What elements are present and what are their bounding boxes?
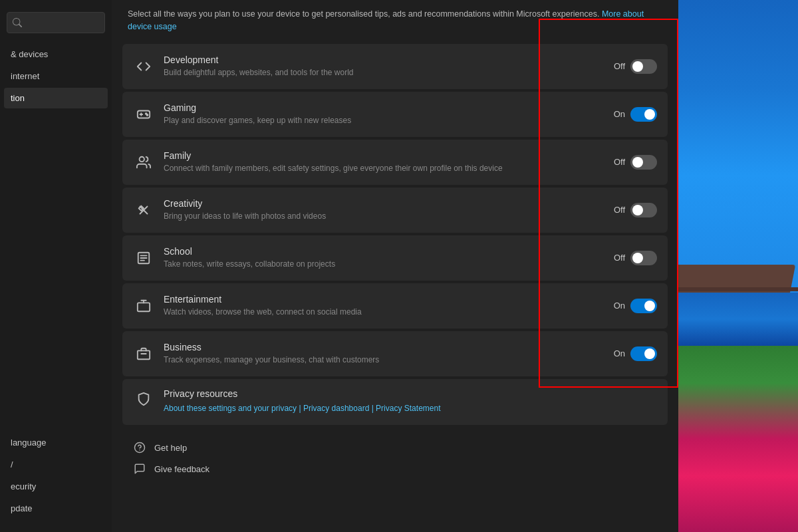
business-knob — [644, 348, 655, 359]
business-toggle-area: On — [610, 346, 657, 361]
development-knob — [632, 61, 643, 72]
svg-point-5 — [140, 156, 144, 161]
sidebar-nav: & devices internet tion — [0, 44, 112, 108]
privacy-icon — [133, 388, 154, 410]
development-desc: Build delightful apps, websites, and too… — [164, 67, 600, 78]
family-toggle-area: Off — [610, 155, 657, 170]
svg-rect-12 — [138, 303, 150, 311]
setting-row-creativity: Creativity Bring your ideas to life with… — [122, 188, 668, 233]
family-desc: Connect with family members, edit safety… — [164, 163, 600, 174]
school-toggle[interactable] — [630, 251, 657, 265]
development-toggle[interactable] — [630, 59, 657, 74]
search-box[interactable] — [7, 12, 105, 33]
privacy-resources-row: Privacy resources About these settings a… — [122, 379, 668, 426]
development-text: Development Build delightful apps, websi… — [164, 55, 600, 78]
privacy-link-dashboard[interactable]: Privacy dashboard — [303, 404, 369, 413]
privacy-links: About these settings and your privacy | … — [164, 402, 440, 416]
creativity-title: Creativity — [164, 198, 600, 209]
privacy-link-about[interactable]: About these settings and your privacy — [164, 404, 297, 413]
family-icon — [133, 152, 154, 173]
development-toggle-label: Off — [610, 61, 625, 71]
development-toggle-area: Off — [610, 59, 657, 74]
family-title: Family — [164, 150, 600, 161]
school-toggle-area: Off — [610, 251, 657, 265]
settings-list: Development Build delightful apps, websi… — [112, 44, 678, 426]
business-toggle-label: On — [610, 348, 625, 358]
setting-row-development: Development Build delightful apps, websi… — [122, 44, 668, 89]
gaming-toggle-label: On — [610, 109, 625, 119]
creativity-icon — [133, 200, 154, 221]
business-icon — [133, 343, 154, 364]
entertainment-title: Entertainment — [164, 294, 600, 305]
give-feedback-label: Give feedback — [154, 464, 209, 474]
entertainment-toggle-label: On — [610, 301, 625, 311]
school-knob — [632, 253, 643, 263]
gaming-knob — [644, 109, 655, 120]
creativity-toggle-area: Off — [610, 203, 657, 217]
setting-row-school: School Take notes, write essays, collabo… — [122, 235, 668, 281]
business-text: Business Track expenses, manage your bus… — [164, 342, 600, 366]
svg-rect-13 — [138, 350, 150, 359]
setting-row-gaming: Gaming Play and discover games, keep up … — [122, 92, 668, 137]
gaming-title: Gaming — [164, 102, 600, 113]
feedback-icon — [133, 462, 146, 475]
development-icon — [133, 56, 154, 77]
search-icon — [13, 18, 22, 27]
privacy-text: Privacy resources About these settings a… — [164, 388, 440, 416]
sidebar-item-internet[interactable]: internet — [4, 66, 108, 86]
setting-row-family: Family Connect with family members, edit… — [122, 140, 668, 185]
sidebar-item-tion[interactable]: tion — [4, 88, 108, 108]
entertainment-toggle[interactable] — [630, 299, 657, 313]
header-description: Select all the ways you plan to use your… — [112, 0, 678, 44]
school-toggle-label: Off — [610, 253, 625, 263]
creativity-knob — [632, 205, 643, 215]
family-knob — [632, 157, 643, 168]
entertainment-icon — [133, 295, 154, 317]
help-icon — [133, 441, 146, 454]
gaming-desc: Play and discover games, keep up with ne… — [164, 115, 600, 126]
gaming-toggle[interactable] — [630, 107, 657, 122]
get-help-label: Get help — [154, 443, 187, 453]
school-title: School — [164, 246, 600, 257]
business-toggle[interactable] — [630, 346, 657, 361]
sidebar-bottom-nav: language / ecurity pdate — [0, 432, 112, 519]
entertainment-text: Entertainment Watch videos, browse the w… — [164, 294, 600, 318]
wallpaper — [665, 0, 798, 532]
school-icon — [133, 247, 154, 269]
sidebar-item-language[interactable]: language — [4, 432, 108, 453]
gaming-toggle-area: On — [610, 107, 657, 122]
creativity-toggle-label: Off — [610, 205, 625, 215]
entertainment-desc: Watch videos, browse the web, connect on… — [164, 307, 600, 318]
sidebar-item-security[interactable]: ecurity — [4, 476, 108, 497]
school-desc: Take notes, write essays, collaborate on… — [164, 259, 600, 270]
family-text: Family Connect with family members, edit… — [164, 150, 600, 174]
development-title: Development — [164, 55, 600, 65]
svg-point-4 — [147, 114, 148, 116]
bottom-links: Get help Give feedback — [112, 428, 678, 489]
family-toggle-label: Off — [610, 157, 625, 167]
sidebar-item-blank[interactable]: / — [4, 454, 108, 475]
get-help-link[interactable]: Get help — [133, 441, 657, 454]
privacy-title: Privacy resources — [164, 388, 440, 399]
privacy-link-statement[interactable]: Privacy Statement — [376, 404, 440, 413]
family-toggle[interactable] — [630, 155, 657, 170]
creativity-desc: Bring your ideas to life with photos and… — [164, 211, 600, 222]
gaming-text: Gaming Play and discover games, keep up … — [164, 102, 600, 126]
school-text: School Take notes, write essays, collabo… — [164, 246, 600, 270]
business-desc: Track expenses, manage your business, ch… — [164, 354, 600, 366]
creativity-text: Creativity Bring your ideas to life with… — [164, 198, 600, 222]
creativity-toggle[interactable] — [630, 203, 657, 217]
setting-row-entertainment: Entertainment Watch videos, browse the w… — [122, 283, 668, 329]
setting-row-business: Business Track expenses, manage your bus… — [122, 331, 668, 376]
entertainment-knob — [644, 301, 655, 311]
sidebar-item-devices[interactable]: & devices — [4, 44, 108, 65]
business-title: Business — [164, 342, 600, 352]
entertainment-toggle-area: On — [610, 299, 657, 313]
main-content: Select all the ways you plan to use your… — [112, 0, 678, 532]
sidebar: & devices internet tion language / ecuri… — [0, 0, 112, 532]
give-feedback-link[interactable]: Give feedback — [133, 462, 657, 475]
gaming-icon — [133, 104, 154, 125]
sidebar-item-update[interactable]: pdate — [4, 498, 108, 519]
